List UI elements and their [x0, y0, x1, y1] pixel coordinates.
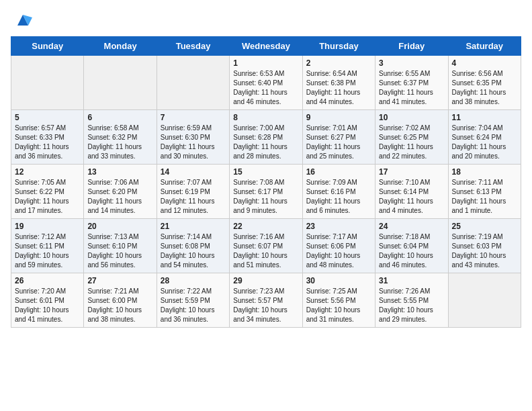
header — [11, 11, 521, 30]
day-cell: 8Sunrise: 7:00 AM Sunset: 6:28 PM Daylig… — [230, 110, 302, 165]
weekday-header-saturday: Saturday — [448, 37, 521, 56]
day-cell: 30Sunrise: 7:25 AM Sunset: 5:56 PM Dayli… — [302, 273, 375, 328]
day-cell: 23Sunrise: 7:17 AM Sunset: 6:06 PM Dayli… — [302, 219, 375, 273]
day-number: 19 — [15, 222, 80, 231]
day-number: 16 — [306, 167, 371, 177]
day-info: Sunrise: 7:10 AM Sunset: 6:14 PM Dayligh… — [379, 178, 444, 216]
day-cell: 1Sunrise: 6:53 AM Sunset: 6:40 PM Daylig… — [230, 56, 302, 110]
day-info: Sunrise: 6:54 AM Sunset: 6:38 PM Dayligh… — [306, 69, 371, 107]
day-number: 8 — [233, 113, 298, 122]
day-cell — [448, 273, 521, 328]
week-row-1: 1Sunrise: 6:53 AM Sunset: 6:40 PM Daylig… — [11, 56, 521, 110]
day-info: Sunrise: 7:22 AM Sunset: 5:59 PM Dayligh… — [161, 287, 226, 324]
weekday-header-sunday: Sunday — [11, 37, 84, 56]
day-number: 11 — [452, 113, 517, 122]
day-cell: 24Sunrise: 7:18 AM Sunset: 6:04 PM Dayli… — [375, 219, 448, 273]
day-number: 12 — [15, 167, 80, 177]
day-number: 29 — [233, 276, 298, 285]
day-info: Sunrise: 7:19 AM Sunset: 6:03 PM Dayligh… — [452, 232, 517, 270]
day-info: Sunrise: 7:04 AM Sunset: 6:24 PM Dayligh… — [452, 124, 517, 161]
weekday-header-wednesday: Wednesday — [230, 37, 302, 56]
weekday-header-row: SundayMondayTuesdayWednesdayThursdayFrid… — [11, 37, 521, 56]
day-number: 23 — [306, 222, 371, 231]
day-number: 5 — [15, 113, 80, 122]
week-row-3: 12Sunrise: 7:05 AM Sunset: 6:22 PM Dayli… — [11, 165, 521, 219]
day-cell: 16Sunrise: 7:09 AM Sunset: 6:16 PM Dayli… — [302, 165, 375, 219]
day-cell: 9Sunrise: 7:01 AM Sunset: 6:27 PM Daylig… — [302, 110, 375, 165]
day-number: 26 — [15, 276, 80, 285]
day-cell: 4Sunrise: 6:56 AM Sunset: 6:35 PM Daylig… — [448, 56, 521, 110]
day-cell: 7Sunrise: 6:59 AM Sunset: 6:30 PM Daylig… — [157, 110, 229, 165]
day-number: 24 — [379, 222, 444, 231]
day-info: Sunrise: 6:59 AM Sunset: 6:30 PM Dayligh… — [161, 124, 226, 161]
week-row-4: 19Sunrise: 7:12 AM Sunset: 6:11 PM Dayli… — [11, 219, 521, 273]
day-cell — [157, 56, 229, 110]
day-cell: 29Sunrise: 7:23 AM Sunset: 5:57 PM Dayli… — [230, 273, 302, 328]
week-row-2: 5Sunrise: 6:57 AM Sunset: 6:33 PM Daylig… — [11, 110, 521, 165]
day-cell: 2Sunrise: 6:54 AM Sunset: 6:38 PM Daylig… — [302, 56, 375, 110]
day-info: Sunrise: 7:18 AM Sunset: 6:04 PM Dayligh… — [379, 232, 444, 270]
week-row-5: 26Sunrise: 7:20 AM Sunset: 6:01 PM Dayli… — [11, 273, 521, 328]
day-cell: 10Sunrise: 7:02 AM Sunset: 6:25 PM Dayli… — [375, 110, 448, 165]
day-info: Sunrise: 7:01 AM Sunset: 6:27 PM Dayligh… — [306, 124, 371, 161]
day-number: 13 — [87, 167, 152, 177]
day-info: Sunrise: 7:09 AM Sunset: 6:16 PM Dayligh… — [306, 178, 371, 216]
day-info: Sunrise: 7:00 AM Sunset: 6:28 PM Dayligh… — [233, 124, 298, 161]
logo — [11, 11, 32, 30]
day-number: 27 — [87, 276, 152, 285]
day-number: 20 — [87, 222, 152, 231]
day-info: Sunrise: 7:26 AM Sunset: 5:55 PM Dayligh… — [379, 287, 444, 324]
day-cell: 27Sunrise: 7:21 AM Sunset: 6:00 PM Dayli… — [84, 273, 157, 328]
day-cell — [84, 56, 157, 110]
day-info: Sunrise: 7:20 AM Sunset: 6:01 PM Dayligh… — [15, 287, 80, 324]
day-info: Sunrise: 7:12 AM Sunset: 6:11 PM Dayligh… — [15, 232, 80, 270]
weekday-header-friday: Friday — [375, 37, 448, 56]
day-cell: 31Sunrise: 7:26 AM Sunset: 5:55 PM Dayli… — [375, 273, 448, 328]
day-info: Sunrise: 6:57 AM Sunset: 6:33 PM Dayligh… — [15, 124, 80, 161]
day-number: 9 — [306, 113, 371, 122]
day-number: 18 — [452, 167, 517, 177]
day-cell: 13Sunrise: 7:06 AM Sunset: 6:20 PM Dayli… — [84, 165, 157, 219]
day-info: Sunrise: 7:23 AM Sunset: 5:57 PM Dayligh… — [233, 287, 298, 324]
day-info: Sunrise: 7:08 AM Sunset: 6:17 PM Dayligh… — [233, 178, 298, 216]
day-info: Sunrise: 7:25 AM Sunset: 5:56 PM Dayligh… — [306, 287, 371, 324]
day-cell: 19Sunrise: 7:12 AM Sunset: 6:11 PM Dayli… — [11, 219, 84, 273]
day-cell: 12Sunrise: 7:05 AM Sunset: 6:22 PM Dayli… — [11, 165, 84, 219]
day-number: 21 — [161, 222, 226, 231]
day-cell: 14Sunrise: 7:07 AM Sunset: 6:19 PM Dayli… — [157, 165, 229, 219]
weekday-header-thursday: Thursday — [302, 37, 375, 56]
day-cell: 6Sunrise: 6:58 AM Sunset: 6:32 PM Daylig… — [84, 110, 157, 165]
day-cell: 11Sunrise: 7:04 AM Sunset: 6:24 PM Dayli… — [448, 110, 521, 165]
day-number: 10 — [379, 113, 444, 122]
day-info: Sunrise: 6:55 AM Sunset: 6:37 PM Dayligh… — [379, 69, 444, 107]
day-number: 17 — [379, 167, 444, 177]
day-number: 15 — [233, 167, 298, 177]
day-cell: 20Sunrise: 7:13 AM Sunset: 6:10 PM Dayli… — [84, 219, 157, 273]
weekday-header-monday: Monday — [84, 37, 157, 56]
day-cell: 3Sunrise: 6:55 AM Sunset: 6:37 PM Daylig… — [375, 56, 448, 110]
day-info: Sunrise: 7:14 AM Sunset: 6:08 PM Dayligh… — [161, 232, 226, 270]
day-number: 28 — [161, 276, 226, 285]
calendar-table: SundayMondayTuesdayWednesdayThursdayFrid… — [11, 36, 521, 328]
day-cell: 15Sunrise: 7:08 AM Sunset: 6:17 PM Dayli… — [230, 165, 302, 219]
day-cell — [11, 56, 84, 110]
weekday-header-tuesday: Tuesday — [157, 37, 229, 56]
day-info: Sunrise: 6:53 AM Sunset: 6:40 PM Dayligh… — [233, 69, 298, 107]
day-number: 30 — [306, 276, 371, 285]
day-number: 4 — [452, 58, 517, 68]
day-info: Sunrise: 7:07 AM Sunset: 6:19 PM Dayligh… — [161, 178, 226, 216]
day-cell: 26Sunrise: 7:20 AM Sunset: 6:01 PM Dayli… — [11, 273, 84, 328]
day-cell: 5Sunrise: 6:57 AM Sunset: 6:33 PM Daylig… — [11, 110, 84, 165]
day-number: 3 — [379, 58, 444, 68]
day-number: 25 — [452, 222, 517, 231]
day-info: Sunrise: 7:13 AM Sunset: 6:10 PM Dayligh… — [87, 232, 152, 270]
day-cell: 22Sunrise: 7:16 AM Sunset: 6:07 PM Dayli… — [230, 219, 302, 273]
day-cell: 17Sunrise: 7:10 AM Sunset: 6:14 PM Dayli… — [375, 165, 448, 219]
day-info: Sunrise: 7:21 AM Sunset: 6:00 PM Dayligh… — [87, 287, 152, 324]
day-info: Sunrise: 6:58 AM Sunset: 6:32 PM Dayligh… — [87, 124, 152, 161]
day-info: Sunrise: 7:11 AM Sunset: 6:13 PM Dayligh… — [452, 178, 517, 216]
day-info: Sunrise: 7:06 AM Sunset: 6:20 PM Dayligh… — [87, 178, 152, 216]
day-cell: 18Sunrise: 7:11 AM Sunset: 6:13 PM Dayli… — [448, 165, 521, 219]
calendar-container: SundayMondayTuesdayWednesdayThursdayFrid… — [0, 0, 532, 333]
day-cell: 21Sunrise: 7:14 AM Sunset: 6:08 PM Dayli… — [157, 219, 229, 273]
